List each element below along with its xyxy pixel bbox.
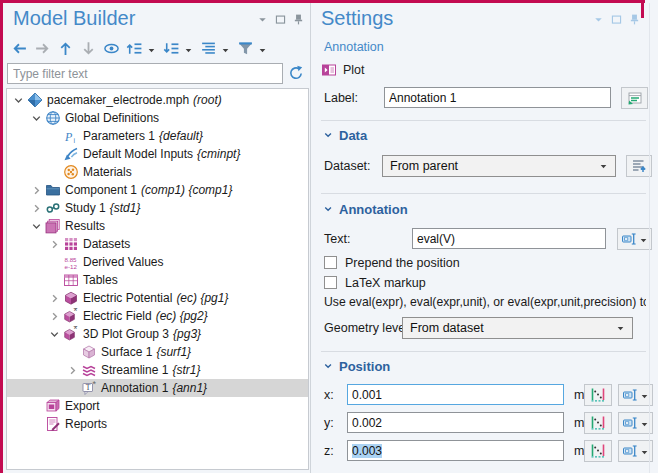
prepend-position-row: Prepend the position bbox=[324, 254, 654, 272]
chevron-expanded-icon[interactable] bbox=[29, 111, 44, 126]
tree-item-reports[interactable]: Reports bbox=[7, 415, 308, 433]
float-window-icon[interactable] bbox=[610, 13, 623, 26]
svg-text:8.85: 8.85 bbox=[65, 256, 78, 263]
move-up-list-button[interactable] bbox=[126, 40, 143, 57]
node-text-button[interactable] bbox=[200, 40, 217, 57]
tree-item-label: Global Definitions bbox=[65, 111, 159, 125]
section-position[interactable]: Position bbox=[322, 358, 390, 374]
float-window-icon[interactable] bbox=[274, 13, 287, 26]
surface-icon bbox=[81, 344, 97, 360]
screenshot-frame-right-stub bbox=[641, 0, 644, 18]
move-down-list-button[interactable] bbox=[163, 40, 180, 57]
rename-icon bbox=[627, 90, 643, 106]
insert-expression-button[interactable] bbox=[617, 228, 652, 250]
geometry-level-label: Geometry level: bbox=[324, 321, 412, 335]
arrow-left-button[interactable] bbox=[11, 40, 28, 57]
tree-item-export[interactable]: Export bbox=[7, 397, 308, 415]
tree-item-tables[interactable]: Tables bbox=[7, 271, 308, 289]
section-chevron-icon bbox=[322, 360, 335, 373]
panel-menu-icon[interactable] bbox=[256, 13, 269, 26]
position-input-x[interactable] bbox=[347, 384, 564, 405]
tree-item-component-1[interactable]: Component 1(comp1) {comp1} bbox=[7, 181, 308, 199]
prepend-position-checkbox[interactable] bbox=[324, 256, 337, 269]
dropdown-caret-icon[interactable] bbox=[221, 46, 230, 55]
tree-item-results[interactable]: Results bbox=[7, 217, 308, 235]
selected-text: 0.003 bbox=[352, 444, 382, 458]
label-input[interactable] bbox=[384, 87, 611, 108]
tree-item-label: Annotation 1 bbox=[101, 381, 168, 395]
tree-item-streamline-1[interactable]: Streamline 1{str1} bbox=[7, 361, 308, 379]
chevron-spacer bbox=[47, 147, 62, 162]
dropdown-caret-icon[interactable] bbox=[147, 46, 156, 55]
tables-icon bbox=[63, 272, 79, 288]
annotation-text-input[interactable] bbox=[412, 228, 606, 249]
rename-button[interactable] bbox=[621, 87, 648, 109]
position-input-y[interactable] bbox=[347, 412, 564, 433]
tree-item-derived-values[interactable]: 8.85e-12Derived Values bbox=[7, 253, 308, 271]
pin-icon[interactable] bbox=[628, 13, 641, 26]
refresh-button[interactable] bbox=[288, 65, 305, 82]
tree-item-3d-plot-group-3[interactable]: *3D Plot Group 3{pg3} bbox=[7, 325, 308, 343]
chevron-collapsed-icon[interactable] bbox=[29, 183, 44, 198]
arrow-down-button[interactable] bbox=[80, 40, 97, 57]
chevron-collapsed-icon[interactable] bbox=[47, 309, 62, 324]
dropdown-caret-icon[interactable] bbox=[258, 46, 267, 55]
insert-expression-icon bbox=[622, 387, 638, 403]
tree-item-surface-1[interactable]: Surface 1{surf1} bbox=[7, 343, 308, 361]
tree-item-parameters-1[interactable]: PiParameters 1{default} bbox=[7, 127, 308, 145]
range-button-x[interactable] bbox=[584, 384, 612, 406]
tree-item-materials[interactable]: Materials bbox=[7, 163, 308, 181]
tree-item-pacemaker-electrode-mph[interactable]: pacemaker_electrode.mph(root) bbox=[7, 91, 308, 109]
chevron-collapsed-icon[interactable] bbox=[47, 291, 62, 306]
chevron-expanded-icon[interactable] bbox=[11, 93, 26, 108]
chevron-collapsed-icon[interactable] bbox=[65, 363, 80, 378]
dropdown-caret-icon[interactable] bbox=[184, 46, 193, 55]
tree-item-default-model-inputs[interactable]: Default Model Inputs{cminpt} bbox=[7, 145, 308, 163]
latex-markup-checkbox[interactable] bbox=[324, 276, 337, 289]
settings-breadcrumb[interactable]: Annotation bbox=[324, 40, 384, 54]
insert-expression-button-z[interactable] bbox=[618, 440, 653, 462]
chevron-collapsed-icon[interactable] bbox=[29, 201, 44, 216]
tree-item-global-definitions[interactable]: Global Definitions bbox=[7, 109, 308, 127]
tree-item-tag: (comp1) {comp1} bbox=[141, 183, 232, 197]
geometry-level-row: Geometry level: From dataset bbox=[324, 317, 654, 339]
plot-button[interactable]: Plot bbox=[321, 60, 365, 80]
tree-item-label: Reports bbox=[65, 417, 107, 431]
plot-icon bbox=[321, 62, 337, 78]
tree-item-electric-field[interactable]: *Electric Field(ec) {pg2} bbox=[7, 307, 308, 325]
insert-expression-button-y[interactable] bbox=[618, 412, 653, 434]
insert-expression-button-x[interactable] bbox=[618, 384, 653, 406]
range-icon bbox=[590, 415, 606, 431]
chevron-expanded-icon[interactable] bbox=[29, 219, 44, 234]
label-row: Label: bbox=[324, 87, 654, 109]
filter-funnel-button[interactable] bbox=[237, 40, 254, 57]
chevron-expanded-icon[interactable] bbox=[47, 327, 62, 342]
section-annotation[interactable]: Annotation bbox=[322, 201, 408, 217]
range-button-y[interactable] bbox=[584, 412, 612, 434]
section-data[interactable]: Data bbox=[322, 127, 367, 143]
add-dataset-button[interactable] bbox=[626, 155, 652, 177]
range-button-z[interactable] bbox=[584, 440, 612, 462]
geometry-level-dropdown[interactable]: From dataset bbox=[402, 317, 633, 339]
svg-text:e-12: e-12 bbox=[65, 263, 78, 270]
position-label-z: z: bbox=[324, 444, 334, 458]
pin-icon[interactable] bbox=[292, 13, 305, 26]
chevron-spacer bbox=[47, 129, 62, 144]
show-hide-eye-button[interactable] bbox=[103, 40, 120, 57]
add-dataset-icon bbox=[631, 158, 647, 174]
dataset-dropdown[interactable]: From parent bbox=[382, 155, 616, 177]
panel-menu-icon[interactable] bbox=[592, 13, 605, 26]
arrow-up-button[interactable] bbox=[57, 40, 74, 57]
tree-item-electric-potential[interactable]: Electric Potential(ec) {pg1} bbox=[7, 289, 308, 307]
tree-item-study-1[interactable]: Study 1{std1} bbox=[7, 199, 308, 217]
arrow-right-button[interactable] bbox=[34, 40, 51, 57]
chevron-collapsed-icon[interactable] bbox=[47, 237, 62, 252]
filter-input[interactable] bbox=[7, 63, 283, 84]
datasets-icon bbox=[63, 236, 79, 252]
model-builder-toolbar bbox=[11, 37, 274, 59]
tree-item-datasets[interactable]: Datasets bbox=[7, 235, 308, 253]
position-input-z[interactable]: 0.003 bbox=[347, 440, 564, 461]
tree-item-annotation-1[interactable]: T*Annotation 1{ann1} bbox=[7, 379, 308, 397]
section-chevron-icon bbox=[322, 129, 335, 142]
tree-item-tag: {cminpt} bbox=[197, 147, 240, 161]
